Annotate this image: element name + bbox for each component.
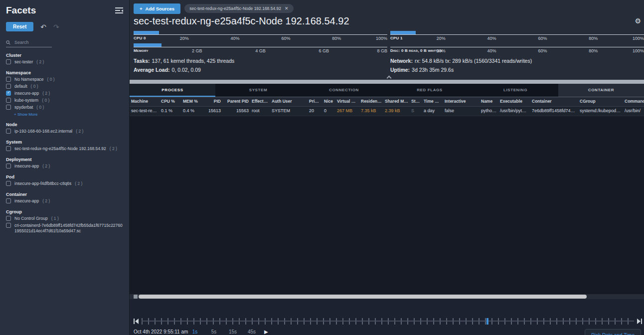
facet-item-count: ( 0 ): [31, 84, 38, 89]
cell-nice: 0: [322, 107, 335, 115]
facet-item[interactable]: No Control Group ( 1 ): [6, 216, 123, 221]
facet-item[interactable]: default ( 0 ): [6, 84, 123, 89]
facet-group-title: Deployment: [6, 157, 123, 162]
facet-group-title: Cluster: [6, 53, 123, 58]
meter-tick-label: 80%: [332, 36, 341, 41]
checkbox-unchecked[interactable]: [6, 59, 11, 64]
facet-item[interactable]: insecure-app ( 2 ): [6, 91, 123, 96]
cell-resident-set: 7.35 kB: [359, 107, 383, 115]
close-icon[interactable]: ✕: [285, 6, 289, 11]
cpu1-ticks: 20% 40% 60% 80% 100%: [390, 36, 644, 42]
facet-item[interactable]: sec-test-redux-ng-e25a4f5c-Node 192.168.…: [6, 146, 123, 152]
gear-icon[interactable]: ⚙: [635, 17, 641, 25]
col-mem[interactable]: MEM %: [181, 97, 204, 105]
timeline-position-marker[interactable]: [486, 318, 488, 325]
checkbox-unchecked[interactable]: [6, 223, 11, 228]
cell-mem: 0.4 %: [181, 107, 204, 115]
scrollbar-thumb[interactable]: [139, 295, 587, 299]
tab-connection[interactable]: CONNECTION: [301, 84, 387, 97]
meter-tick-label: 60%: [538, 36, 547, 41]
col-shared-mem[interactable]: Shared Mem…: [383, 97, 410, 105]
source-chip[interactable]: sec-test-redux-ng-e25a4f5c-Node 192.168.…: [184, 4, 293, 13]
facet-group-title: Cgroup: [6, 209, 123, 214]
col-virtual-size[interactable]: Virtual Size: [335, 97, 359, 105]
col-pid[interactable]: PID: [204, 97, 222, 105]
checkbox-unchecked[interactable]: [6, 98, 11, 103]
facet-item[interactable]: insecure-app ( 2 ): [6, 198, 123, 204]
scroll-left-button[interactable]: [134, 295, 138, 299]
facet-item[interactable]: insecure-app-f4dfb8bcc-c8q6s ( 2 ): [6, 181, 123, 186]
checkbox-unchecked[interactable]: [6, 216, 11, 221]
facet-item[interactable]: spyderbat ( 0 ): [6, 105, 123, 110]
tab-process[interactable]: PROCESS: [130, 84, 215, 97]
facet-item[interactable]: sec-tester ( 2 ): [6, 59, 123, 65]
facet-item[interactable]: insecure-app ( 2 ): [6, 164, 123, 169]
cpu1-meter: [390, 31, 644, 35]
col-auth-user[interactable]: Auth User: [270, 97, 308, 105]
checkbox-unchecked[interactable]: [6, 129, 11, 134]
skip-to-start-icon[interactable]: [134, 319, 139, 324]
col-resident-set[interactable]: Resident Set…: [359, 97, 383, 105]
cpu0-ticks: 20% 40% 60% 80% 100%: [134, 36, 387, 42]
speed-option-5s[interactable]: 5s: [204, 329, 223, 335]
col-interactive[interactable]: Interactive: [443, 97, 480, 105]
col-state[interactable]: State: [410, 97, 422, 105]
search-input[interactable]: [13, 39, 48, 45]
add-sources-button[interactable]: + Add Sources: [134, 3, 180, 14]
speed-option-45s[interactable]: 45s: [242, 329, 261, 335]
col-priority[interactable]: Priority: [308, 97, 322, 105]
col-time-running[interactable]: Time Runni…: [422, 97, 443, 105]
checkbox-unchecked[interactable]: [6, 164, 11, 168]
checkbox-checked[interactable]: [6, 91, 11, 96]
undo-icon[interactable]: ↶: [40, 23, 46, 31]
panel-splitter[interactable]: [130, 80, 644, 84]
facet-item[interactable]: cri-containerd-7e6db89ff1458fd742fb55da1…: [6, 223, 123, 234]
checkbox-unchecked[interactable]: [6, 84, 11, 89]
facet-item-label: insecure-app: [14, 164, 39, 169]
checkbox-unchecked[interactable]: [6, 77, 11, 82]
table-row[interactable]: sec-test-redux-ng-e25a4f5c-Node 192.168.…: [130, 107, 644, 116]
col-effective-user[interactable]: Effective…: [250, 97, 270, 105]
sources-topbar: + Add Sources sec-test-redux-ng-e25a4f5c…: [134, 0, 644, 14]
col-parent-pid[interactable]: Parent PID: [222, 97, 250, 105]
col-name[interactable]: Name: [480, 97, 498, 105]
tab-container[interactable]: CONTAINER: [558, 84, 644, 97]
checkbox-unchecked[interactable]: [6, 198, 11, 203]
meter-tick-label: 20%: [437, 36, 446, 41]
tab-red-flags[interactable]: RED FLAGS: [387, 84, 473, 97]
tab-system[interactable]: SYSTEM: [215, 84, 301, 97]
checkbox-unchecked[interactable]: [6, 146, 11, 151]
col-cgroup[interactable]: CGroup: [578, 97, 623, 105]
col-machine[interactable]: Machine: [130, 97, 160, 105]
show-more-link[interactable]: + Show More: [14, 112, 123, 117]
checkbox-unchecked[interactable]: [6, 181, 11, 186]
redo-icon[interactable]: ↷: [53, 23, 59, 31]
cell-auth-user: SYSTEM: [270, 107, 308, 115]
collapse-sidebar-icon[interactable]: [115, 7, 123, 13]
meter-tick-label: 100%: [633, 36, 644, 41]
col-cpu[interactable]: CPU %: [160, 97, 181, 105]
facet-item-label: spyderbat: [14, 105, 33, 110]
play-icon[interactable]: ▶: [264, 329, 268, 335]
page-title: sec-test-redux-ng-e25a4f5c-Node 192.168.…: [134, 15, 349, 27]
facet-item[interactable]: kube-system ( 0 ): [6, 98, 123, 103]
col-nice[interactable]: Nice: [322, 97, 335, 105]
timeline-ticks[interactable]: [142, 318, 634, 325]
speed-option-15s[interactable]: 15s: [223, 329, 242, 335]
facet-item[interactable]: No Namespace ( 0 ): [6, 77, 123, 82]
col-executable[interactable]: Executable: [498, 97, 530, 105]
tab-listening[interactable]: LISTENING: [473, 84, 558, 97]
col-container[interactable]: Container: [530, 97, 578, 105]
app-root: Facets Reset ↶ ↷ Cluster sec-tester: [0, 0, 644, 335]
facets-title: Facets: [6, 5, 36, 16]
cell-state: S: [410, 107, 422, 115]
reset-button[interactable]: Reset: [6, 22, 33, 31]
skip-to-end-icon[interactable]: [637, 319, 642, 324]
pick-date-button[interactable]: Pick Date and Time: [585, 329, 641, 335]
col-command[interactable]: Command: [623, 97, 644, 105]
speed-option-1s[interactable]: 1s: [185, 329, 204, 335]
cell-cpu: 0.1 %: [160, 107, 181, 115]
checkbox-unchecked[interactable]: [6, 105, 11, 110]
tasks-value: 137, 61 kernel threads, 425 threads: [152, 58, 235, 64]
facet-item[interactable]: ip-192-168-60-168.ec2.internal ( 2 ): [6, 129, 123, 134]
